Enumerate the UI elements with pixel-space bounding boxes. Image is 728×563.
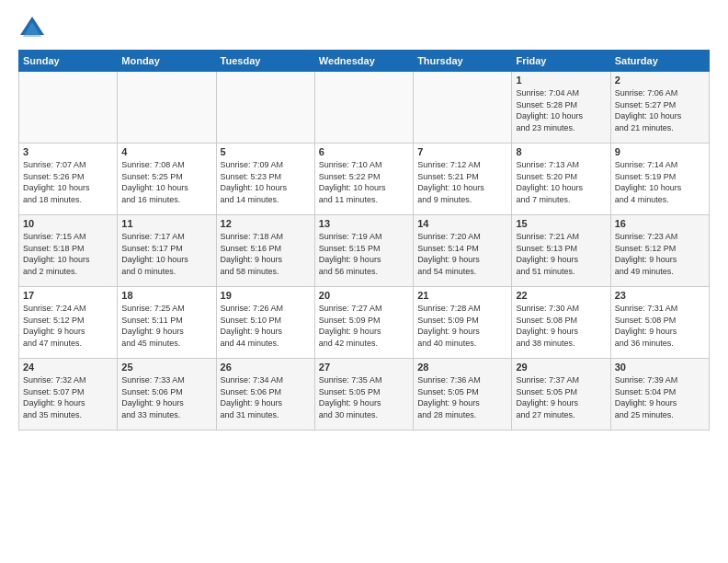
day-info: Sunrise: 7:17 AM Sunset: 5:17 PM Dayligh… [121,231,211,277]
calendar-week-row: 1Sunrise: 7:04 AM Sunset: 5:28 PM Daylig… [19,72,710,144]
weekday-header: Monday [118,51,216,72]
calendar-cell: 27Sunrise: 7:35 AM Sunset: 5:05 PM Dayli… [314,359,413,431]
day-info: Sunrise: 7:31 AM Sunset: 5:08 PM Dayligh… [615,303,705,349]
day-info: Sunrise: 7:32 AM Sunset: 5:07 PM Dayligh… [23,374,113,420]
day-info: Sunrise: 7:20 AM Sunset: 5:14 PM Dayligh… [417,231,507,277]
day-number: 26 [221,362,311,373]
day-number: 28 [417,362,507,373]
day-info: Sunrise: 7:04 AM Sunset: 5:28 PM Dayligh… [516,87,606,133]
calendar-cell: 6Sunrise: 7:10 AM Sunset: 5:22 PM Daylig… [314,144,413,215]
day-number: 6 [319,146,409,157]
calendar-cell: 29Sunrise: 7:37 AM Sunset: 5:05 PM Dayli… [512,359,610,431]
weekday-header: Tuesday [216,51,314,72]
day-info: Sunrise: 7:34 AM Sunset: 5:06 PM Dayligh… [221,374,311,420]
day-number: 21 [417,290,507,301]
day-info: Sunrise: 7:33 AM Sunset: 5:06 PM Dayligh… [121,374,211,420]
calendar-cell: 13Sunrise: 7:19 AM Sunset: 5:15 PM Dayli… [314,215,413,287]
calendar-week-row: 24Sunrise: 7:32 AM Sunset: 5:07 PM Dayli… [19,359,710,431]
calendar-cell: 18Sunrise: 7:25 AM Sunset: 5:11 PM Dayli… [118,287,216,359]
calendar-cell: 28Sunrise: 7:36 AM Sunset: 5:05 PM Dayli… [414,359,512,431]
day-number: 30 [615,362,705,373]
day-number: 16 [615,218,705,229]
day-info: Sunrise: 7:36 AM Sunset: 5:05 PM Dayligh… [417,374,507,420]
calendar-cell [314,72,413,144]
day-number: 14 [417,218,507,229]
day-number: 9 [615,146,705,157]
day-number: 15 [516,218,606,229]
calendar-cell [216,72,314,144]
day-info: Sunrise: 7:14 AM Sunset: 5:19 PM Dayligh… [615,159,705,205]
day-info: Sunrise: 7:10 AM Sunset: 5:22 PM Dayligh… [319,159,409,205]
calendar-cell: 20Sunrise: 7:27 AM Sunset: 5:09 PM Dayli… [314,287,413,359]
day-info: Sunrise: 7:13 AM Sunset: 5:20 PM Dayligh… [516,159,606,205]
day-info: Sunrise: 7:08 AM Sunset: 5:25 PM Dayligh… [121,159,211,205]
day-number: 10 [23,218,113,229]
day-number: 3 [23,146,113,157]
weekday-header: Saturday [610,51,709,72]
calendar-week-row: 3Sunrise: 7:07 AM Sunset: 5:26 PM Daylig… [19,144,710,215]
calendar-cell: 2Sunrise: 7:06 AM Sunset: 5:27 PM Daylig… [610,72,709,144]
day-number: 12 [221,218,311,229]
calendar-cell: 23Sunrise: 7:31 AM Sunset: 5:08 PM Dayli… [610,287,709,359]
calendar-cell: 11Sunrise: 7:17 AM Sunset: 5:17 PM Dayli… [118,215,216,287]
day-info: Sunrise: 7:12 AM Sunset: 5:21 PM Dayligh… [417,159,507,205]
calendar-cell: 17Sunrise: 7:24 AM Sunset: 5:12 PM Dayli… [19,287,118,359]
weekday-header-row: SundayMondayTuesdayWednesdayThursdayFrid… [19,51,710,72]
day-info: Sunrise: 7:28 AM Sunset: 5:09 PM Dayligh… [417,303,507,349]
calendar-cell: 26Sunrise: 7:34 AM Sunset: 5:06 PM Dayli… [216,359,314,431]
day-number: 13 [319,218,409,229]
day-info: Sunrise: 7:39 AM Sunset: 5:04 PM Dayligh… [615,374,705,420]
calendar-cell: 8Sunrise: 7:13 AM Sunset: 5:20 PM Daylig… [512,144,610,215]
calendar-week-row: 10Sunrise: 7:15 AM Sunset: 5:18 PM Dayli… [19,215,710,287]
day-number: 1 [516,75,606,86]
calendar-page: SundayMondayTuesdayWednesdayThursdayFrid… [0,0,728,563]
calendar-cell: 25Sunrise: 7:33 AM Sunset: 5:06 PM Dayli… [118,359,216,431]
day-info: Sunrise: 7:30 AM Sunset: 5:08 PM Dayligh… [516,303,606,349]
calendar-cell: 16Sunrise: 7:23 AM Sunset: 5:12 PM Dayli… [610,215,709,287]
weekday-header: Wednesday [314,51,413,72]
calendar-cell: 5Sunrise: 7:09 AM Sunset: 5:23 PM Daylig… [216,144,314,215]
calendar-cell: 10Sunrise: 7:15 AM Sunset: 5:18 PM Dayli… [19,215,118,287]
weekday-header: Friday [512,51,610,72]
day-number: 23 [615,290,705,301]
calendar-cell: 3Sunrise: 7:07 AM Sunset: 5:26 PM Daylig… [19,144,118,215]
day-info: Sunrise: 7:26 AM Sunset: 5:10 PM Dayligh… [221,303,311,349]
day-info: Sunrise: 7:25 AM Sunset: 5:11 PM Dayligh… [121,303,211,349]
calendar-cell: 19Sunrise: 7:26 AM Sunset: 5:10 PM Dayli… [216,287,314,359]
day-number: 11 [121,218,211,229]
day-number: 19 [221,290,311,301]
calendar-cell [414,72,512,144]
weekday-header: Sunday [19,51,118,72]
calendar-cell: 7Sunrise: 7:12 AM Sunset: 5:21 PM Daylig… [414,144,512,215]
day-info: Sunrise: 7:23 AM Sunset: 5:12 PM Dayligh… [615,231,705,277]
day-info: Sunrise: 7:21 AM Sunset: 5:13 PM Dayligh… [516,231,606,277]
calendar-cell: 12Sunrise: 7:18 AM Sunset: 5:16 PM Dayli… [216,215,314,287]
day-number: 22 [516,290,606,301]
day-number: 27 [319,362,409,373]
day-number: 29 [516,362,606,373]
calendar-cell: 24Sunrise: 7:32 AM Sunset: 5:07 PM Dayli… [19,359,118,431]
calendar-cell: 15Sunrise: 7:21 AM Sunset: 5:13 PM Dayli… [512,215,610,287]
day-info: Sunrise: 7:19 AM Sunset: 5:15 PM Dayligh… [319,231,409,277]
day-info: Sunrise: 7:37 AM Sunset: 5:05 PM Dayligh… [516,374,606,420]
day-number: 7 [417,146,507,157]
calendar-cell [19,72,118,144]
calendar-cell: 30Sunrise: 7:39 AM Sunset: 5:04 PM Dayli… [610,359,709,431]
day-number: 2 [615,75,705,86]
day-number: 4 [121,146,211,157]
day-number: 24 [23,362,113,373]
calendar-cell: 4Sunrise: 7:08 AM Sunset: 5:25 PM Daylig… [118,144,216,215]
day-info: Sunrise: 7:07 AM Sunset: 5:26 PM Dayligh… [23,159,113,205]
calendar-cell: 1Sunrise: 7:04 AM Sunset: 5:28 PM Daylig… [512,72,610,144]
day-info: Sunrise: 7:09 AM Sunset: 5:23 PM Dayligh… [221,159,311,205]
day-number: 5 [221,146,311,157]
day-info: Sunrise: 7:27 AM Sunset: 5:09 PM Dayligh… [319,303,409,349]
day-info: Sunrise: 7:24 AM Sunset: 5:12 PM Dayligh… [23,303,113,349]
day-info: Sunrise: 7:18 AM Sunset: 5:16 PM Dayligh… [221,231,311,277]
day-number: 18 [121,290,211,301]
logo [18,15,50,42]
calendar-week-row: 17Sunrise: 7:24 AM Sunset: 5:12 PM Dayli… [19,287,710,359]
calendar-table: SundayMondayTuesdayWednesdayThursdayFrid… [18,50,710,431]
calendar-cell: 21Sunrise: 7:28 AM Sunset: 5:09 PM Dayli… [414,287,512,359]
calendar-cell: 9Sunrise: 7:14 AM Sunset: 5:19 PM Daylig… [610,144,709,215]
